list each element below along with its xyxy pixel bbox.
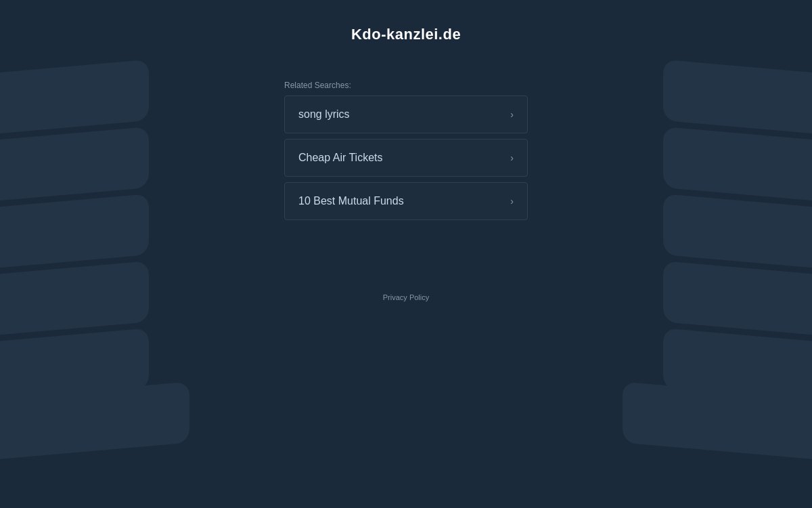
chevron-right-icon-1: › — [510, 109, 514, 120]
bg-shape-right-6 — [623, 381, 812, 465]
main-content: Kdo-kanzlei.de Related Searches: song ly… — [0, 0, 812, 301]
center-wrapper: Related Searches: song lyrics › Cheap Ai… — [284, 81, 528, 226]
search-item-cheap-air-tickets[interactable]: Cheap Air Tickets › — [284, 139, 528, 177]
search-items-container: song lyrics › Cheap Air Tickets › 10 Bes… — [284, 96, 528, 226]
search-item-mutual-funds[interactable]: 10 Best Mutual Funds › — [284, 182, 528, 220]
search-item-mutual-funds-text: 10 Best Mutual Funds — [298, 195, 404, 207]
bg-shape-right-5 — [663, 328, 812, 410]
site-title: Kdo-kanzlei.de — [351, 26, 461, 43]
search-item-song-lyrics[interactable]: song lyrics › — [284, 96, 528, 133]
search-item-song-lyrics-text: song lyrics — [298, 108, 350, 121]
chevron-right-icon-3: › — [510, 196, 514, 207]
bg-shape-left-6 — [0, 381, 189, 465]
related-searches-label: Related Searches: — [284, 81, 528, 90]
footer: Privacy Policy — [383, 293, 429, 301]
bg-shape-left-5 — [0, 328, 149, 410]
related-label-wrapper: Related Searches: — [284, 81, 528, 96]
privacy-policy-link[interactable]: Privacy Policy — [383, 293, 429, 301]
search-item-cheap-air-tickets-text: Cheap Air Tickets — [298, 152, 383, 164]
chevron-right-icon-2: › — [510, 152, 514, 163]
